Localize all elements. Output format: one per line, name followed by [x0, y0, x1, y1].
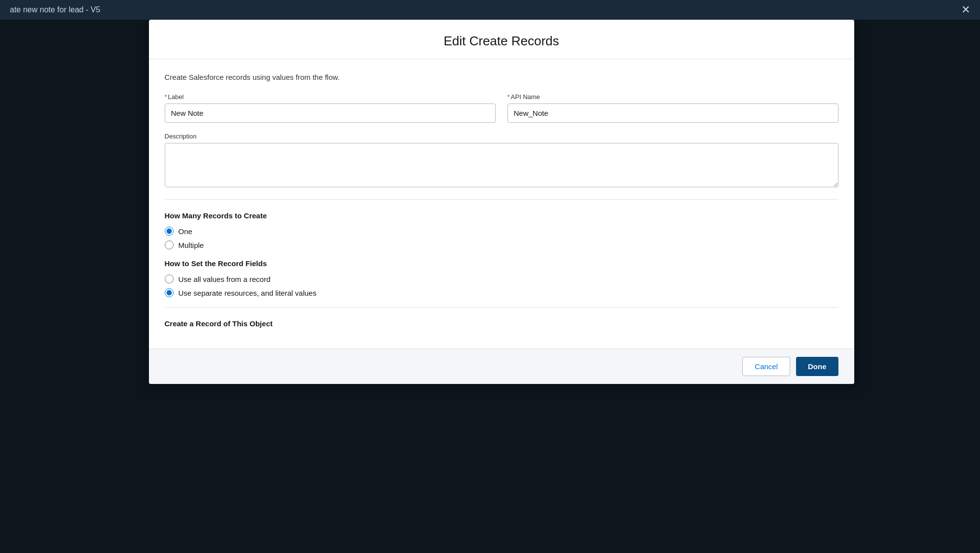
- description-label: Description: [165, 133, 838, 140]
- label-field-label: *Label: [165, 93, 496, 101]
- radio-multiple-label: Multiple: [179, 241, 204, 249]
- label-group: *Label: [165, 93, 496, 123]
- section-divider-2: [165, 307, 838, 308]
- radio-use-all-input[interactable]: [165, 275, 174, 283]
- title-bar-text: ate new note for lead - V5: [10, 5, 100, 14]
- api-name-group: *API Name: [508, 93, 838, 123]
- how-to-set-title: How to Set the Record Fields: [165, 259, 838, 268]
- api-name-input[interactable]: [508, 104, 838, 123]
- title-bar: ate new note for lead - V5 ✕: [0, 0, 980, 20]
- label-input[interactable]: [165, 104, 496, 123]
- modal-dialog: Edit Create Records Create Salesforce re…: [149, 20, 854, 384]
- radio-multiple-item[interactable]: Multiple: [165, 241, 838, 249]
- radio-one-item[interactable]: One: [165, 227, 838, 236]
- how-many-title: How Many Records to Create: [165, 211, 838, 220]
- done-button[interactable]: Done: [796, 357, 838, 376]
- modal-footer: Cancel Done: [149, 348, 854, 384]
- modal-title: Edit Create Records: [165, 34, 838, 49]
- how-many-radio-group: One Multiple: [165, 227, 838, 249]
- description-group: Description: [165, 133, 838, 187]
- cancel-button[interactable]: Cancel: [742, 357, 790, 376]
- description-text: Create Salesforce records using values f…: [165, 73, 838, 81]
- modal-body: Create Salesforce records using values f…: [149, 59, 854, 348]
- close-button[interactable]: ✕: [961, 4, 970, 15]
- how-to-set-section: How to Set the Record Fields Use all val…: [165, 259, 838, 297]
- modal-header: Edit Create Records: [149, 20, 854, 59]
- description-textarea[interactable]: [165, 143, 838, 187]
- radio-multiple-input[interactable]: [165, 241, 174, 249]
- label-required-star: *: [165, 93, 167, 101]
- label-api-row: *Label *API Name: [165, 93, 838, 123]
- create-object-title: Create a Record of This Object: [165, 319, 838, 328]
- radio-use-separate-item[interactable]: Use separate resources, and literal valu…: [165, 288, 838, 297]
- api-name-required-star: *: [508, 93, 510, 101]
- radio-use-separate-input[interactable]: [165, 288, 174, 297]
- section-divider-1: [165, 199, 838, 200]
- radio-use-separate-label: Use separate resources, and literal valu…: [179, 289, 317, 297]
- how-to-set-radio-group: Use all values from a record Use separat…: [165, 275, 838, 297]
- radio-use-all-label: Use all values from a record: [179, 275, 271, 283]
- radio-use-all-item[interactable]: Use all values from a record: [165, 275, 838, 283]
- modal-wrapper: Edit Create Records Create Salesforce re…: [23, 20, 980, 553]
- radio-one-input[interactable]: [165, 227, 174, 236]
- create-object-section: Create a Record of This Object: [165, 319, 838, 328]
- radio-one-label: One: [179, 227, 192, 236]
- how-many-section: How Many Records to Create One Multiple: [165, 211, 838, 249]
- api-name-field-label: *API Name: [508, 93, 838, 101]
